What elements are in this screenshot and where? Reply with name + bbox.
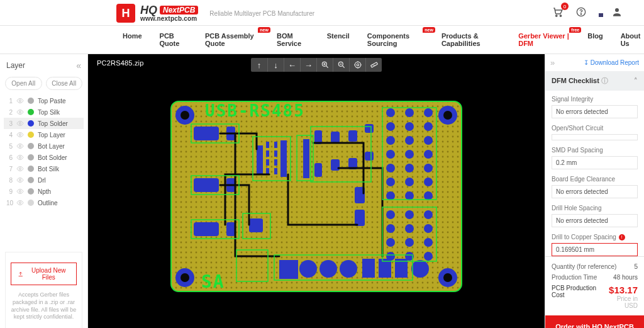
eye-icon[interactable] bbox=[16, 165, 24, 172]
move-down-icon[interactable]: ↓ bbox=[267, 58, 284, 72]
layer-row[interactable]: 8Drl bbox=[4, 174, 84, 186]
eye-icon[interactable] bbox=[16, 188, 24, 195]
dfm-check-value[interactable]: No errors detected bbox=[552, 214, 638, 227]
dfm-check: Drill to Copper Spacing !0.169501 mm bbox=[552, 234, 638, 256]
eye-icon[interactable] bbox=[16, 176, 24, 184]
fit-icon[interactable] bbox=[349, 58, 365, 72]
svg-point-3 bbox=[580, 14, 581, 14]
eye-icon[interactable] bbox=[16, 142, 24, 150]
eye-icon[interactable] bbox=[16, 154, 24, 161]
layer-swatch bbox=[28, 109, 34, 115]
svg-point-47 bbox=[405, 191, 414, 200]
nav-stencil[interactable]: Stencil bbox=[327, 32, 350, 47]
svg-point-50 bbox=[424, 136, 433, 145]
layer-name: Top Solder bbox=[38, 120, 68, 127]
svg-point-59 bbox=[405, 210, 414, 219]
svg-point-5 bbox=[19, 100, 21, 102]
layer-row[interactable]: 9Npth bbox=[4, 186, 84, 197]
svg-rect-69 bbox=[194, 178, 219, 192]
move-up-icon[interactable]: ↑ bbox=[251, 58, 267, 72]
eye-icon[interactable] bbox=[16, 120, 24, 127]
upload-card: Upload New Files Accepts Gerber files pa… bbox=[5, 252, 82, 328]
account-icon[interactable] bbox=[611, 6, 623, 20]
layer-row[interactable]: 6Bot Solder bbox=[4, 152, 84, 163]
svg-point-7 bbox=[19, 123, 21, 125]
svg-point-27 bbox=[443, 111, 452, 120]
svg-point-10 bbox=[19, 157, 21, 159]
dfm-check-value[interactable]: No errors detected bbox=[552, 105, 638, 118]
expand-dfm-icon[interactable]: » bbox=[550, 58, 555, 67]
zoom-in-icon[interactable] bbox=[316, 58, 333, 72]
svg-point-95 bbox=[319, 260, 337, 278]
brand-logo[interactable]: H HQ NextPCB www.nextpcb.com Reliable Mu… bbox=[116, 4, 314, 23]
layer-swatch bbox=[28, 200, 34, 206]
order-button[interactable]: Order with HQ NextPCB bbox=[545, 315, 644, 328]
svg-point-39 bbox=[386, 178, 395, 186]
layer-row[interactable]: 7Bot Silk bbox=[4, 163, 84, 174]
svg-point-48 bbox=[424, 108, 433, 117]
layer-row[interactable]: 10Outline bbox=[4, 197, 84, 208]
dfm-check: Board Edge ClearanceNo errors detected bbox=[552, 176, 638, 198]
cost-value: $13.17 bbox=[605, 285, 638, 295]
layer-row[interactable]: 1Top Paste bbox=[4, 95, 84, 106]
nav-blog[interactable]: Blog bbox=[587, 32, 602, 47]
svg-rect-73 bbox=[257, 145, 263, 174]
move-right-icon[interactable]: → bbox=[300, 58, 316, 72]
nav-home[interactable]: Home bbox=[123, 32, 142, 47]
eye-icon[interactable] bbox=[16, 131, 24, 139]
dfm-check-value[interactable]: No errors detected bbox=[552, 185, 638, 198]
svg-point-36 bbox=[386, 136, 395, 145]
measure-icon[interactable] bbox=[365, 58, 382, 72]
layer-swatch bbox=[28, 188, 34, 195]
svg-point-13 bbox=[19, 191, 21, 193]
cart-icon[interactable]: 0 bbox=[552, 6, 564, 20]
svg-point-17 bbox=[357, 64, 359, 66]
nav-pcb-quote[interactable]: PCB Quote bbox=[160, 32, 187, 47]
eye-icon[interactable] bbox=[16, 199, 24, 206]
eye-icon[interactable] bbox=[16, 97, 24, 105]
svg-rect-92 bbox=[249, 218, 263, 232]
open-all-button[interactable]: Open All bbox=[5, 77, 42, 90]
svg-rect-19 bbox=[370, 62, 377, 67]
svg-rect-90 bbox=[365, 152, 374, 161]
dfm-check-value[interactable]: 0.169501 mm bbox=[552, 243, 638, 256]
collapse-layers-icon[interactable]: « bbox=[76, 60, 81, 71]
close-all-button[interactable]: Close All bbox=[46, 77, 83, 90]
dfm-checklist-header[interactable]: DFM Checklist ⓘ ˄ bbox=[545, 71, 644, 91]
svg-point-51 bbox=[424, 150, 433, 159]
layer-row[interactable]: 2Top Silk bbox=[4, 106, 84, 118]
layer-row[interactable]: 3Top Solder bbox=[4, 118, 84, 129]
dfm-check-label: Drill Hole Spacing bbox=[552, 205, 638, 212]
upload-files-button[interactable]: Upload New Files bbox=[11, 263, 77, 285]
layer-row[interactable]: 4Top Layer bbox=[4, 129, 84, 140]
layer-name: Npth bbox=[38, 188, 51, 195]
nav-products[interactable]: Products & Capabilities bbox=[441, 32, 501, 47]
nav-gerber-viewer[interactable]: Gerber Viewer | DFMfree bbox=[518, 32, 570, 47]
time-label: Production Time bbox=[552, 274, 597, 281]
new-pill: new bbox=[258, 27, 270, 33]
svg-point-18 bbox=[355, 62, 360, 67]
dfm-check-value[interactable]: 0.2 mm bbox=[552, 156, 638, 169]
cost-label: PCB Production Cost bbox=[552, 285, 605, 298]
error-icon: ! bbox=[619, 234, 625, 240]
layer-name: Top Layer bbox=[38, 132, 65, 139]
nav-pcb-assembly[interactable]: PCB Assembly Quotenew bbox=[205, 32, 259, 47]
cart-badge: 0 bbox=[561, 3, 569, 10]
dfm-check-value[interactable] bbox=[552, 134, 638, 140]
move-left-icon[interactable]: ← bbox=[284, 58, 300, 72]
dfm-check-label: SMD Pad Spacing bbox=[552, 147, 638, 154]
gerber-viewport[interactable]: PC2RS485.zip ↑ ↓ ← → bbox=[88, 54, 545, 328]
layer-row[interactable]: 5Bot Layer bbox=[4, 140, 84, 152]
svg-rect-71 bbox=[194, 222, 219, 236]
svg-rect-67 bbox=[194, 127, 219, 140]
download-report-link[interactable]: ↧ Download Report bbox=[584, 59, 639, 66]
svg-point-46 bbox=[405, 178, 414, 186]
nav-bom[interactable]: BOM Service bbox=[277, 32, 309, 47]
zoom-out-icon[interactable] bbox=[333, 58, 349, 72]
nav-about[interactable]: About Us bbox=[621, 32, 644, 47]
help-icon[interactable] bbox=[576, 7, 586, 20]
layer-index: 10 bbox=[6, 200, 13, 206]
eye-icon[interactable] bbox=[16, 108, 24, 116]
svg-rect-88 bbox=[348, 130, 357, 142]
nav-sourcing[interactable]: Components Sourcingnew bbox=[367, 32, 424, 47]
